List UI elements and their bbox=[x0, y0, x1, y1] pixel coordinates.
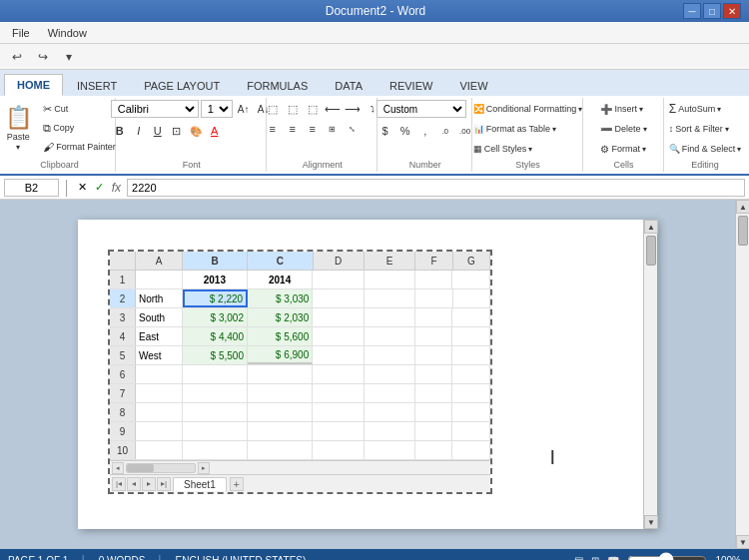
align-right[interactable]: ≡ bbox=[304, 120, 322, 138]
tab-data[interactable]: DATA bbox=[322, 75, 375, 96]
cell-g3[interactable] bbox=[452, 308, 490, 326]
cell-d4[interactable] bbox=[313, 327, 364, 345]
cell-a2[interactable]: North bbox=[136, 289, 183, 307]
tab-insert[interactable]: INSERT bbox=[64, 75, 130, 96]
indent-increase[interactable]: ⟶ bbox=[344, 100, 362, 118]
cell-b6[interactable] bbox=[183, 365, 248, 383]
page-vscroll-up[interactable]: ▲ bbox=[736, 200, 749, 214]
maximize-button[interactable]: □ bbox=[703, 3, 721, 19]
cell-e3[interactable] bbox=[365, 308, 415, 326]
cell-f2[interactable] bbox=[415, 289, 452, 307]
cell-a10[interactable] bbox=[136, 441, 183, 459]
align-top-right[interactable]: ⬚ bbox=[304, 100, 322, 118]
cancel-formula-button[interactable]: ✕ bbox=[76, 181, 89, 194]
cell-c7[interactable] bbox=[248, 384, 313, 402]
cell-g1[interactable] bbox=[452, 271, 490, 288]
redo-button[interactable]: ↪ bbox=[32, 46, 54, 68]
cell-f3[interactable] bbox=[415, 308, 453, 326]
indent-decrease[interactable]: ⟵ bbox=[324, 100, 342, 118]
cell-e10[interactable] bbox=[365, 441, 415, 459]
menu-file[interactable]: File bbox=[4, 25, 38, 41]
comma-button[interactable]: , bbox=[416, 122, 434, 140]
cell-b9[interactable] bbox=[183, 422, 248, 440]
cell-c5[interactable]: $ 6,900 bbox=[248, 346, 313, 364]
col-header-d[interactable]: D bbox=[314, 252, 365, 270]
cell-a6[interactable] bbox=[136, 365, 183, 383]
sheet-next-btn[interactable]: ▸ bbox=[142, 477, 156, 491]
sheet-tab-1[interactable]: Sheet1 bbox=[173, 477, 227, 491]
tab-page-layout[interactable]: PAGE LAYOUT bbox=[131, 75, 233, 96]
cell-e1[interactable] bbox=[365, 271, 415, 288]
cell-b8[interactable] bbox=[183, 403, 248, 421]
font-size-selector[interactable]: 11 bbox=[201, 100, 233, 118]
vscroll-thumb[interactable] bbox=[646, 236, 656, 266]
cell-a4[interactable]: East bbox=[136, 327, 183, 345]
cell-f6[interactable] bbox=[415, 365, 453, 383]
quick-access-dropdown[interactable]: ▾ bbox=[58, 46, 80, 68]
cell-c10[interactable] bbox=[248, 441, 313, 459]
bold-button[interactable]: B bbox=[111, 122, 129, 140]
cell-b7[interactable] bbox=[183, 384, 248, 402]
cell-e2[interactable] bbox=[365, 289, 415, 307]
tab-formulas[interactable]: FORMULAS bbox=[234, 75, 321, 96]
cell-c8[interactable] bbox=[248, 403, 313, 421]
insert-cells-button[interactable]: ➕Insert bbox=[596, 100, 647, 118]
increase-font-button[interactable]: A↑ bbox=[235, 100, 253, 118]
hscroll-right[interactable]: ▸ bbox=[198, 462, 210, 474]
close-button[interactable]: ✕ bbox=[723, 3, 741, 19]
sheet-last-btn[interactable]: ▸| bbox=[157, 477, 171, 491]
cell-d2[interactable] bbox=[313, 289, 364, 307]
cell-e7[interactable] bbox=[365, 384, 415, 402]
col-header-b[interactable]: B bbox=[183, 252, 248, 270]
cell-f5[interactable] bbox=[415, 346, 453, 364]
view-reading-btn[interactable]: 📖 bbox=[607, 555, 619, 561]
cell-g2[interactable] bbox=[453, 289, 490, 307]
percent-button[interactable]: % bbox=[396, 122, 414, 140]
cell-c3[interactable]: $ 2,030 bbox=[248, 308, 313, 326]
paste-button[interactable]: 📋 Paste ▾ bbox=[0, 100, 37, 156]
cell-c1[interactable]: 2014 bbox=[248, 271, 313, 288]
font-color-button[interactable]: A bbox=[206, 122, 224, 140]
cell-g4[interactable] bbox=[452, 327, 490, 345]
formula-input[interactable] bbox=[127, 179, 745, 197]
format-as-table-button[interactable]: 📊 Format as Table bbox=[469, 120, 560, 138]
cell-d7[interactable] bbox=[313, 384, 364, 402]
vscroll-up[interactable]: ▲ bbox=[644, 220, 658, 234]
cell-g6[interactable] bbox=[452, 365, 490, 383]
col-header-g[interactable]: G bbox=[453, 252, 490, 270]
col-header-a[interactable]: A bbox=[136, 252, 183, 270]
cell-c9[interactable] bbox=[248, 422, 313, 440]
cell-f1[interactable] bbox=[415, 271, 453, 288]
cell-b2[interactable]: $ 2,220 bbox=[183, 289, 248, 307]
autosum-button[interactable]: ΣAutoSum bbox=[665, 100, 725, 118]
sheet-first-btn[interactable]: |◂ bbox=[112, 477, 126, 491]
confirm-formula-button[interactable]: ✓ bbox=[93, 181, 106, 194]
page-vscroll-down[interactable]: ▼ bbox=[736, 535, 749, 549]
cell-a3[interactable]: South bbox=[136, 308, 183, 326]
cell-f4[interactable] bbox=[415, 327, 453, 345]
align-center[interactable]: ≡ bbox=[284, 120, 302, 138]
cell-a5[interactable]: West bbox=[136, 346, 183, 364]
cell-d3[interactable] bbox=[313, 308, 364, 326]
underline-button[interactable]: U bbox=[149, 122, 167, 140]
cell-g7[interactable] bbox=[452, 384, 490, 402]
cell-e5[interactable] bbox=[365, 346, 415, 364]
cell-d6[interactable] bbox=[313, 365, 364, 383]
menu-window[interactable]: Window bbox=[40, 25, 95, 41]
cell-a8[interactable] bbox=[136, 403, 183, 421]
page-vscroll-thumb[interactable] bbox=[738, 216, 748, 246]
decimal-increase[interactable]: .0 bbox=[436, 122, 454, 140]
cell-b4[interactable]: $ 4,400 bbox=[183, 327, 248, 345]
cell-f7[interactable] bbox=[415, 384, 453, 402]
border-button[interactable]: ⊡ bbox=[168, 122, 186, 140]
cell-d5[interactable] bbox=[313, 346, 364, 364]
delete-cells-button[interactable]: ➖Delete bbox=[596, 120, 650, 138]
cell-b5[interactable]: $ 5,500 bbox=[183, 346, 248, 364]
col-header-f[interactable]: F bbox=[415, 252, 452, 270]
view-normal-btn[interactable]: ▤ bbox=[574, 555, 583, 561]
cell-e8[interactable] bbox=[365, 403, 415, 421]
cell-d8[interactable] bbox=[313, 403, 364, 421]
sheet-prev-btn[interactable]: ◂ bbox=[127, 477, 141, 491]
sort-filter-button[interactable]: ↕Sort & Filter bbox=[665, 120, 733, 138]
align-top-center[interactable]: ⬚ bbox=[284, 100, 302, 118]
